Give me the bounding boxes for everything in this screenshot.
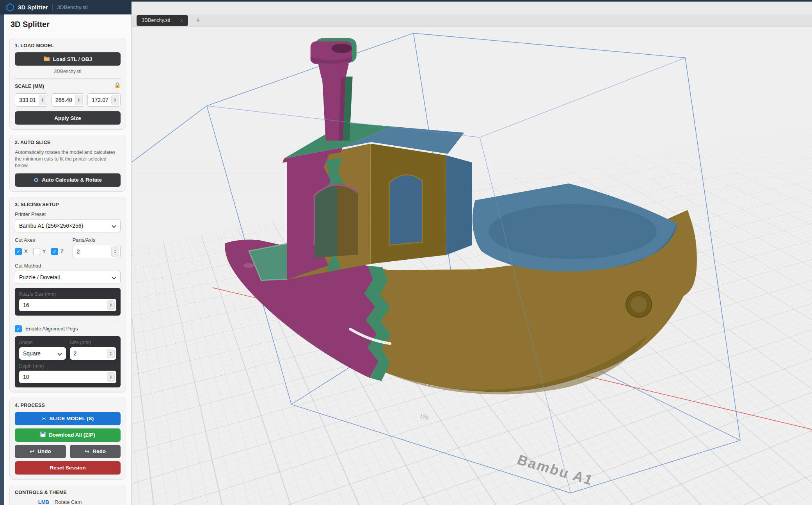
axis-z-toggle[interactable]: ✓ Z	[51, 248, 64, 255]
app-title: 3D Splitter	[18, 4, 48, 11]
peg-depth-stepper[interactable]: ▲▼	[107, 372, 115, 382]
scale-label: SCALE (MM)	[15, 84, 44, 89]
grid-label-100: 100	[419, 412, 430, 421]
stepper-down-icon[interactable]: ▼	[114, 100, 116, 102]
parts-axis-label: Parts/Axis	[73, 237, 121, 243]
tab-bar: 3DBenchy.stl × +	[131, 14, 812, 27]
auto-slice-description: Automatically rotates the model and calc…	[15, 149, 121, 169]
cut-method-select[interactable]: Puzzle / Dovetail	[15, 271, 121, 284]
slice-model-button[interactable]: ✂ SLICE MODEL (S)	[15, 412, 121, 425]
benchy-model	[225, 38, 697, 394]
printer-preset-label: Printer Preset	[15, 211, 121, 217]
header-divider	[52, 4, 53, 11]
stepper-down-icon[interactable]: ▼	[110, 305, 112, 307]
axis-z-checkbox[interactable]: ✓	[51, 248, 58, 255]
section-setup-title: 3. SLICING SETUP	[15, 202, 121, 207]
reset-session-button[interactable]: Reset Session	[15, 461, 121, 475]
gear-icon: ⚙	[34, 177, 39, 184]
window-left-strip	[0, 14, 4, 505]
stepper-down-icon[interactable]: ▼	[110, 353, 112, 356]
new-tab-button[interactable]: +	[195, 16, 200, 24]
puzzle-size-field: ▲▼	[19, 299, 116, 311]
section-auto-slice: 2. AUTO SLICE Automatically rotates the …	[9, 135, 126, 192]
folder-icon	[43, 56, 50, 62]
scale-y-stepper[interactable]: ▲▼	[75, 95, 83, 105]
viewport-3d[interactable]: 100 180	[132, 27, 812, 505]
section-controls-theme: CONTROLS & THEME LMB Rotate Cam RMB Pan …	[9, 485, 126, 505]
app-logo-hexagon-icon	[6, 3, 14, 12]
alignment-pegs-toggle[interactable]: ✓ Enable Alignment Pegs	[15, 325, 121, 332]
axis-x-toggle[interactable]: ✓ X	[15, 248, 28, 255]
alignment-pegs-checkbox[interactable]: ✓	[15, 325, 22, 332]
header-document-title: 3DBenchy.stl	[57, 4, 88, 10]
stern-porthole	[626, 292, 652, 318]
puzzle-size-label: Puzzle Size (mm)	[19, 291, 116, 297]
peg-shape-label: Shape	[19, 340, 66, 345]
printer-preset-select[interactable]: Bambu A1 (256×256×256)	[15, 219, 121, 232]
chevron-down-icon	[57, 351, 62, 355]
axis-x-checkbox[interactable]: ✓	[15, 248, 22, 255]
section-slicing-setup: 3. SLICING SETUP Printer Preset Bambu A1…	[9, 197, 126, 393]
peg-depth-input[interactable]	[19, 371, 116, 383]
cut-method-label: Cut Method	[15, 263, 121, 269]
cabin-wall-blue	[446, 155, 472, 255]
section-controls-title: CONTROLS & THEME	[15, 490, 121, 495]
scale-x-stepper[interactable]: ▲▼	[39, 95, 46, 105]
section-process-title: 4. PROCESS	[15, 403, 121, 408]
save-icon	[40, 432, 46, 438]
alignment-pegs-label: Enable Alignment Pegs	[25, 326, 78, 332]
lock-icon[interactable]	[114, 82, 121, 90]
parts-axis-field: ▲▼	[73, 245, 121, 258]
tab-3dbenchy[interactable]: 3DBenchy.stl ×	[137, 15, 188, 26]
scale-z-stepper[interactable]: ▲▼	[111, 95, 119, 105]
axis-y-checkbox[interactable]	[33, 248, 40, 255]
shortcuts-list: LMB Rotate Cam RMB Pan Scroll Zoom Alt+D…	[15, 499, 121, 505]
undo-icon: ↩	[30, 448, 35, 455]
puzzle-size-stepper[interactable]: ▲▼	[107, 300, 115, 310]
scale-y-field: ▲▼	[51, 93, 84, 107]
stepper-down-icon[interactable]: ▼	[78, 100, 80, 102]
cut-axes-label: Cut Axes	[15, 237, 68, 243]
section-load-model: 1. LOAD MODEL Load STL / OBJ 3DBenchy.st…	[9, 38, 126, 130]
axis-y-toggle[interactable]: Y	[33, 248, 46, 255]
auto-calculate-button[interactable]: ⚙ Auto Calculate & Rotate	[15, 173, 121, 187]
app-window: 3D Splitter 3DBenchy.stl 3DBenchy.stl × …	[0, 0, 812, 505]
sidebar: 3D Splitter 1. LOAD MODEL Load STL / OBJ…	[4, 14, 131, 505]
puzzle-options-panel: Puzzle Size (mm) ▲▼	[15, 288, 121, 316]
scissors-icon: ✂	[42, 416, 46, 422]
stepper-down-icon[interactable]: ▼	[114, 252, 116, 254]
peg-shape-select[interactable]: Square	[19, 347, 66, 360]
scale-x-field: ▲▼	[15, 93, 48, 107]
shortcut-action: Rotate Cam	[55, 499, 121, 505]
sidebar-title: 3D Splitter	[4, 14, 131, 33]
redo-button[interactable]: ↪ Redo	[70, 445, 121, 458]
shortcut-key: LMB	[15, 499, 49, 505]
redo-icon: ↪	[85, 448, 90, 455]
benchy-model-canvas[interactable]: 100 180	[132, 27, 812, 505]
printer-bed-label: Bambu A1	[515, 452, 596, 488]
undo-button[interactable]: ↩ Undo	[15, 445, 66, 458]
peg-size-field: ▲▼	[70, 347, 117, 360]
stepper-down-icon[interactable]: ▼	[110, 377, 112, 379]
peg-size-stepper[interactable]: ▲▼	[107, 349, 115, 358]
chevron-down-icon	[112, 223, 116, 228]
load-stl-button[interactable]: Load STL / OBJ	[15, 52, 121, 66]
chevron-down-icon	[112, 275, 116, 279]
parts-axis-stepper[interactable]: ▲▼	[111, 246, 119, 257]
section-process: 4. PROCESS ✂ SLICE MODEL (S) Download Al…	[9, 398, 126, 480]
chimney	[311, 38, 357, 141]
tab-close-icon[interactable]: ×	[180, 18, 183, 23]
peg-depth-field: ▲▼	[19, 371, 116, 383]
stepper-down-icon[interactable]: ▼	[41, 100, 44, 102]
apply-size-button[interactable]: Apply Size	[15, 111, 121, 125]
puzzle-size-input[interactable]	[19, 299, 116, 311]
scale-z-field: ▲▼	[87, 93, 121, 107]
top-strip	[131, 0, 812, 14]
loaded-filename: 3DBenchy.stl	[15, 69, 121, 74]
setup-divider	[15, 321, 121, 321]
download-all-button[interactable]: Download All (ZIP)	[15, 428, 121, 442]
tab-label: 3DBenchy.stl	[142, 18, 170, 23]
peg-options-panel: Shape Square Size (mm) ▲▼	[15, 336, 121, 387]
section-auto-title: 2. AUTO SLICE	[15, 140, 121, 145]
sidebar-divider	[11, 33, 125, 33]
